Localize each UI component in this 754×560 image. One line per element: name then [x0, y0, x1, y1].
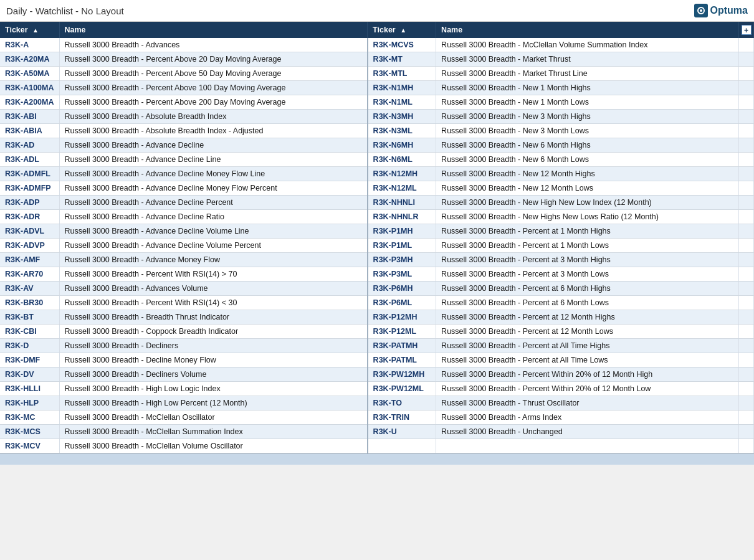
cell-ticker-left[interactable]: R3K-AR70	[0, 267, 59, 282]
cell-ticker-right[interactable]: R3K-N12ML	[368, 181, 436, 196]
col-header-ticker-left[interactable]: Ticker ▲	[0, 22, 59, 38]
cell-ticker-left[interactable]: R3K-ABIA	[0, 124, 59, 138]
cell-ticker-right[interactable]: R3K-P1MH	[368, 224, 436, 239]
cell-ticker-right[interactable]: R3K-P3ML	[368, 267, 436, 282]
cell-ticker-left[interactable]: R3K-ADVL	[0, 224, 59, 239]
table-row[interactable]: R3K-ADVPRussell 3000 Breadth - Advance D…	[0, 239, 754, 253]
cell-ticker-right[interactable]: R3K-N3ML	[368, 124, 436, 138]
table-row[interactable]: R3K-ARussell 3000 Breadth - AdvancesR3K-…	[0, 38, 754, 52]
cell-ticker-right[interactable]: R3K-P3MH	[368, 253, 436, 267]
table-row[interactable]: R3K-AR70Russell 3000 Breadth - Percent W…	[0, 267, 754, 282]
table-row[interactable]: R3K-MCSRussell 3000 Breadth - McClellan …	[0, 425, 754, 439]
cell-ticker-left[interactable]: R3K-MCV	[0, 439, 59, 453]
cell-ticker-left[interactable]: R3K-BR30	[0, 296, 59, 310]
table-row[interactable]: R3K-DRussell 3000 Breadth - DeclinersR3K…	[0, 339, 754, 353]
table-header-row: Ticker ▲ Name Ticker ▲ Name +	[0, 22, 754, 38]
table-row[interactable]: R3K-AVRussell 3000 Breadth - Advances Vo…	[0, 282, 754, 296]
cell-name-right: Russell 3000 Breadth - New 6 Month Lows	[436, 153, 739, 167]
cell-ticker-left[interactable]: R3K-A200MA	[0, 95, 59, 110]
table-row[interactable]: R3K-ADMFLRussell 3000 Breadth - Advance …	[0, 167, 754, 181]
cell-ticker-left[interactable]: R3K-HLLI	[0, 382, 59, 396]
cell-ticker-left[interactable]: R3K-ADMFP	[0, 181, 59, 196]
cell-ticker-right[interactable]: R3K-PATML	[368, 353, 436, 368]
cell-ticker-right[interactable]: R3K-N1ML	[368, 95, 436, 110]
cell-ticker-right[interactable]: R3K-NHNLI	[368, 196, 436, 210]
table-row[interactable]: R3K-ADMFPRussell 3000 Breadth - Advance …	[0, 181, 754, 196]
table-row[interactable]: R3K-ABIARussell 3000 Breadth - Absolute …	[0, 124, 754, 138]
table-row[interactable]: R3K-BTRussell 3000 Breadth - Breadth Thr…	[0, 310, 754, 325]
table-row[interactable]: R3K-HLPRussell 3000 Breadth - High Low P…	[0, 396, 754, 411]
cell-ticker-left[interactable]: R3K-A	[0, 38, 59, 52]
table-row[interactable]: R3K-AMFRussell 3000 Breadth - Advance Mo…	[0, 253, 754, 267]
cell-ticker-right[interactable]: R3K-N3MH	[368, 110, 436, 124]
col-header-ticker-right[interactable]: Ticker ▲	[368, 22, 436, 38]
cell-ticker-right[interactable]: R3K-PW12MH	[368, 368, 436, 382]
cell-ticker-left[interactable]: R3K-ABI	[0, 110, 59, 124]
cell-ticker-left[interactable]: R3K-A100MA	[0, 81, 59, 95]
table-row[interactable]: R3K-A20MARussell 3000 Breadth - Percent …	[0, 52, 754, 67]
cell-ticker-left[interactable]: R3K-DMF	[0, 353, 59, 368]
cell-ticker-right[interactable]: R3K-NHNLR	[368, 210, 436, 224]
cell-ticker-right[interactable]: R3K-N1MH	[368, 81, 436, 95]
table-row[interactable]: R3K-ADRussell 3000 Breadth - Advance Dec…	[0, 138, 754, 153]
cell-ticker-left[interactable]: R3K-DV	[0, 368, 59, 382]
add-column-btn[interactable]: +	[742, 25, 752, 35]
table-row[interactable]: R3K-DMFRussell 3000 Breadth - Decline Mo…	[0, 353, 754, 368]
cell-ticker-right[interactable]: R3K-N6ML	[368, 153, 436, 167]
table-row[interactable]: R3K-MCVRussell 3000 Breadth - McClellan …	[0, 439, 754, 453]
col-header-name-right: Name	[436, 22, 739, 38]
table-row[interactable]: R3K-MCRussell 3000 Breadth - McClellan O…	[0, 411, 754, 425]
cell-name-left: Russell 3000 Breadth - McClellan Oscilla…	[59, 411, 368, 425]
cell-ticker-right[interactable]: R3K-PATMH	[368, 339, 436, 353]
cell-ticker-right[interactable]: R3K-P12ML	[368, 325, 436, 339]
cell-ticker-right[interactable]: R3K-N12MH	[368, 167, 436, 181]
table-row[interactable]: R3K-ADRRussell 3000 Breadth - Advance De…	[0, 210, 754, 224]
table-row[interactable]: R3K-A200MARussell 3000 Breadth - Percent…	[0, 95, 754, 110]
cell-ticker-left[interactable]: R3K-ADR	[0, 210, 59, 224]
cell-ticker-right[interactable]: R3K-U	[368, 425, 436, 439]
table-row[interactable]: R3K-A100MARussell 3000 Breadth - Percent…	[0, 81, 754, 95]
cell-ticker-left[interactable]: R3K-BT	[0, 310, 59, 325]
cell-ticker-right[interactable]: R3K-TRIN	[368, 411, 436, 425]
cell-name-left: Russell 3000 Breadth - Percent With RSI(…	[59, 267, 368, 282]
cell-ticker-right[interactable]: R3K-MCVS	[368, 38, 436, 52]
cell-ticker-left[interactable]: R3K-ADP	[0, 196, 59, 210]
cell-name-left: Russell 3000 Breadth - Advance Money Flo…	[59, 253, 368, 267]
table-row[interactable]: R3K-ADPRussell 3000 Breadth - Advance De…	[0, 196, 754, 210]
table-row[interactable]: R3K-DVRussell 3000 Breadth - Decliners V…	[0, 368, 754, 382]
cell-ticker-left[interactable]: R3K-D	[0, 339, 59, 353]
cell-ticker-right[interactable]: R3K-MT	[368, 52, 436, 67]
cell-ticker-right[interactable]: R3K-P6ML	[368, 296, 436, 310]
cell-name-left: Russell 3000 Breadth - Advances	[59, 38, 368, 52]
cell-name-left: Russell 3000 Breadth - Percent Above 50 …	[59, 67, 368, 81]
cell-ticker-right[interactable]: R3K-P12MH	[368, 310, 436, 325]
table-row[interactable]: R3K-ABIRussell 3000 Breadth - Absolute B…	[0, 110, 754, 124]
cell-ticker-left[interactable]: R3K-ADMFL	[0, 167, 59, 181]
cell-ticker-left[interactable]: R3K-ADL	[0, 153, 59, 167]
cell-name-right: Russell 3000 Breadth - New 6 Month Highs	[436, 138, 739, 153]
table-row[interactable]: R3K-ADLRussell 3000 Breadth - Advance De…	[0, 153, 754, 167]
cell-ticker-left[interactable]: R3K-A20MA	[0, 52, 59, 67]
cell-ticker-right[interactable]: R3K-PW12ML	[368, 382, 436, 396]
cell-ticker-right[interactable]	[368, 439, 436, 453]
cell-ticker-left[interactable]: R3K-CBI	[0, 325, 59, 339]
cell-ticker-right[interactable]: R3K-P6MH	[368, 282, 436, 296]
cell-ticker-right[interactable]: R3K-TO	[368, 396, 436, 411]
cell-ticker-left[interactable]: R3K-MCS	[0, 425, 59, 439]
cell-ticker-left[interactable]: R3K-ADVP	[0, 239, 59, 253]
cell-ticker-left[interactable]: R3K-HLP	[0, 396, 59, 411]
cell-ticker-left[interactable]: R3K-A50MA	[0, 67, 59, 81]
cell-ticker-right[interactable]: R3K-N6MH	[368, 138, 436, 153]
cell-ticker-left[interactable]: R3K-MC	[0, 411, 59, 425]
cell-ticker-left[interactable]: R3K-AMF	[0, 253, 59, 267]
cell-ticker-left[interactable]: R3K-AV	[0, 282, 59, 296]
table-row[interactable]: R3K-BR30Russell 3000 Breadth - Percent W…	[0, 296, 754, 310]
table-row[interactable]: R3K-HLLIRussell 3000 Breadth - High Low …	[0, 382, 754, 396]
table-row[interactable]: R3K-ADVLRussell 3000 Breadth - Advance D…	[0, 224, 754, 239]
col-header-add[interactable]: +	[739, 22, 754, 38]
table-row[interactable]: R3K-A50MARussell 3000 Breadth - Percent …	[0, 67, 754, 81]
table-row[interactable]: R3K-CBIRussell 3000 Breadth - Coppock Br…	[0, 325, 754, 339]
cell-ticker-right[interactable]: R3K-MTL	[368, 67, 436, 81]
cell-ticker-right[interactable]: R3K-P1ML	[368, 239, 436, 253]
cell-ticker-left[interactable]: R3K-AD	[0, 138, 59, 153]
